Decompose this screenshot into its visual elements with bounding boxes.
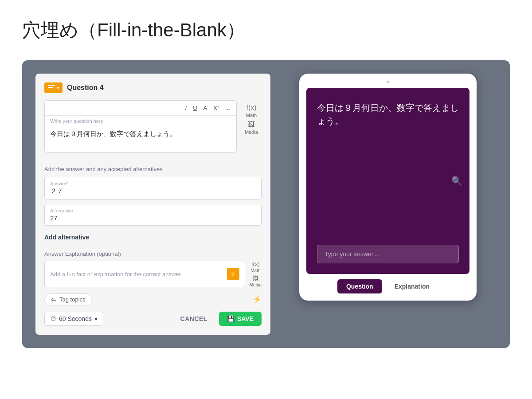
math-label: Math: [246, 113, 257, 118]
tag-topics-button[interactable]: 🏷 Tag topics: [44, 293, 92, 305]
question-number: Question 4: [67, 84, 104, 92]
preview-panel: 今日は９月何日か、数字で答えましょう。 🔍 Type your answer..…: [279, 74, 497, 301]
explanation-label: Answer Explanation (optional): [44, 250, 262, 257]
answer-section-label: Add the answer and any accepted alternat…: [44, 166, 262, 172]
text-toolbar: I U A X¹ ...: [45, 101, 236, 116]
page-title: 穴埋め（Fill-in-the-Blank）: [22, 18, 510, 43]
ai-lightning-icon: ⚡: [253, 295, 262, 304]
explanation-input[interactable]: Add a fun fact or explanation for the co…: [44, 261, 245, 287]
explanation-area: Add a fun fact or explanation for the co…: [44, 261, 262, 287]
more-options-button[interactable]: ...: [223, 103, 233, 113]
media-icon: 🖼: [248, 121, 255, 129]
italic-button[interactable]: I: [183, 103, 190, 113]
tablet-frame: 今日は９月何日か、数字で答えましょう。 🔍 Type your answer..…: [299, 74, 477, 301]
alternative-label: Alternative: [50, 208, 256, 213]
save-button[interactable]: 💾 SAVE: [219, 312, 262, 326]
math-tool-button[interactable]: f(x) Math: [246, 104, 257, 118]
footer-actions: CANCEL 💾 SAVE: [173, 312, 262, 326]
editor-with-tools: I U A X¹ ... Write your question here 今日…: [44, 100, 262, 160]
tag-topics-label: Tag topics: [59, 296, 86, 303]
superscript-button[interactable]: X¹: [211, 103, 222, 113]
timer-chevron-icon: ▾: [94, 315, 98, 322]
zoom-icon[interactable]: 🔍: [451, 176, 462, 186]
question-placeholder: Write your question here: [45, 116, 236, 124]
explanation-lightning-button[interactable]: ⚡: [227, 268, 239, 280]
explanation-math-label: Math: [250, 268, 260, 273]
media-tool-button[interactable]: 🖼 Media: [245, 121, 258, 135]
font-button[interactable]: A: [201, 103, 210, 113]
tag-icon: 🏷: [51, 296, 57, 303]
save-icon: 💾: [227, 315, 235, 322]
tab-question[interactable]: Question: [337, 279, 382, 293]
tab-explanation[interactable]: Explanation: [386, 279, 438, 293]
main-container: ▾ Question 4 I U A X¹ ... Write your que…: [22, 60, 510, 348]
tablet-tabs: Question Explanation: [306, 279, 469, 293]
explanation-media-label: Media: [250, 282, 262, 287]
answer-field[interactable]: Answer* ２７: [44, 177, 262, 200]
save-label: SAVE: [237, 315, 254, 322]
preview-question-text: 今日は９月何日か、数字で答えましょう。: [317, 101, 459, 236]
editor-panel: ▾ Question 4 I U A X¹ ... Write your que…: [35, 74, 270, 335]
add-alternative-button[interactable]: Add alternative: [44, 230, 89, 244]
explanation-media-button[interactable]: 🖼 Media: [250, 275, 262, 287]
fill-in-blank-icon: [48, 85, 55, 90]
answer-field-label: Answer*: [50, 181, 256, 186]
editor-main: I U A X¹ ... Write your question here 今日…: [44, 100, 237, 160]
explanation-media-icon: 🖼: [253, 275, 258, 282]
cancel-button[interactable]: CANCEL: [173, 312, 215, 326]
answer-value: ２７: [50, 187, 256, 196]
math-icon: f(x): [246, 104, 256, 112]
explanation-math-icon: f(x): [251, 261, 260, 267]
tablet-dot: [387, 81, 389, 83]
timer-button[interactable]: ⏱ 60 Seconds ▾: [44, 312, 103, 326]
underline-button[interactable]: U: [190, 103, 200, 113]
timer-icon: ⏱: [50, 315, 56, 322]
editor-header: ▾ Question 4: [44, 82, 262, 93]
explanation-placeholder: Add a fun fact or explanation for the co…: [50, 271, 182, 278]
side-tools: f(x) Math 🖼 Media: [241, 100, 262, 160]
media-label: Media: [245, 129, 258, 135]
footer-row: ⏱ 60 Seconds ▾ CANCEL 💾 SAVE: [44, 312, 262, 326]
timer-label: 60 Seconds: [59, 315, 92, 322]
tag-topics-row: 🏷 Tag topics ⚡: [44, 293, 262, 305]
question-type-button[interactable]: ▾: [44, 82, 63, 93]
explanation-math-button[interactable]: f(x) Math: [250, 261, 260, 273]
question-editor-area[interactable]: I U A X¹ ... Write your question here 今日…: [44, 100, 237, 153]
chevron-down-icon: ▾: [57, 86, 59, 90]
alternative-field[interactable]: Alternative 27: [44, 204, 262, 226]
question-text[interactable]: 今日は９月何日か、数字で答えましょう。: [45, 125, 236, 152]
tablet-screen: 今日は９月何日か、数字で答えましょう。 🔍 Type your answer..…: [306, 88, 469, 274]
alternative-value: 27: [50, 214, 256, 222]
preview-answer-input[interactable]: Type your answer...: [317, 245, 459, 263]
